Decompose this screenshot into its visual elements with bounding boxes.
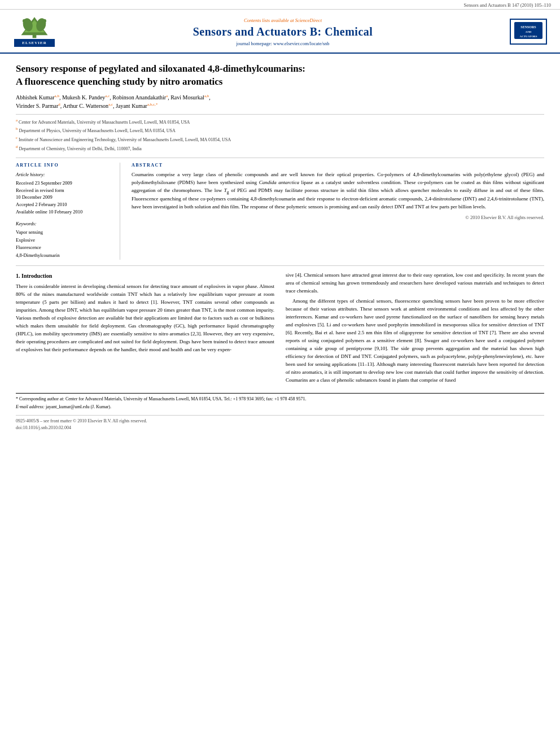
intro-heading: 1. Introduction bbox=[16, 272, 274, 281]
svg-text:ACTUATORS: ACTUATORS bbox=[520, 35, 537, 38]
svg-text:SENSORS: SENSORS bbox=[520, 25, 536, 29]
svg-point-5 bbox=[23, 19, 27, 23]
right-para-1: sive [4]. Chemical sensors have attracte… bbox=[286, 272, 544, 295]
affiliations: a Center for Advanced Materials, Univers… bbox=[16, 114, 544, 152]
footer-issn: 0925-4005/$ – see front matter © 2010 El… bbox=[16, 418, 544, 425]
journal-name: Sensors and Actuators B: Chemical bbox=[60, 25, 506, 38]
article-history: Article history: Received 23 September 2… bbox=[16, 171, 112, 216]
page-footer: 0925-4005/$ – see front matter © 2010 El… bbox=[16, 415, 544, 431]
elsevier-tree-icon bbox=[14, 15, 55, 39]
info-abstract-section: ARTICLE INFO Article history: Received 2… bbox=[16, 158, 544, 259]
section-divider bbox=[16, 265, 544, 266]
journal-header: ELSEVIER Contents lists available at Sci… bbox=[0, 10, 560, 54]
svg-text:AND: AND bbox=[526, 30, 532, 33]
email-footnote: E-mail address: jayant_kumar@uml.edu (J.… bbox=[16, 404, 544, 410]
article-info-col: ARTICLE INFO Article history: Received 2… bbox=[16, 163, 120, 259]
article-info-label: ARTICLE INFO bbox=[16, 163, 112, 168]
svg-point-6 bbox=[42, 19, 46, 23]
authors: Abhishek Kumara,b, Mukesh K. Pandeya,c, … bbox=[16, 93, 544, 111]
sciencedirect-link: Contents lists available at ScienceDirec… bbox=[60, 18, 506, 23]
journal-homepage: journal homepage: www.elsevier.com/locat… bbox=[60, 41, 506, 46]
elsevier-label: ELSEVIER bbox=[14, 39, 55, 47]
article-title: Sensory response of pegylated and siloxa… bbox=[16, 63, 544, 89]
body-left-col: 1. Introduction There is considerable in… bbox=[16, 272, 274, 387]
body-section: 1. Introduction There is considerable in… bbox=[16, 272, 544, 387]
journal-citation: Sensors and Actuators B 147 (2010) 105–1… bbox=[0, 0, 560, 10]
elsevier-logo: ELSEVIER bbox=[9, 15, 60, 48]
footer-doi: doi:10.1016/j.snb.2010.02.004 bbox=[16, 425, 544, 431]
sensors-logo: SENSORS AND ACTUATORS bbox=[510, 19, 547, 45]
footnote-area: * Corresponding author at: Center for Ad… bbox=[16, 393, 544, 410]
abstract-col: ABSTRACT Coumarins comprise a very large… bbox=[132, 163, 544, 259]
intro-para-1: There is considerable interest in develo… bbox=[16, 283, 274, 353]
journal-title-area: Contents lists available at ScienceDirec… bbox=[60, 18, 506, 46]
corresponding-footnote: * Corresponding author at: Center for Ad… bbox=[16, 396, 544, 403]
main-content: Sensory response of pegylated and siloxa… bbox=[0, 54, 560, 438]
keywords-block: Keywords: Vapor sensing Explosive Fluore… bbox=[16, 220, 112, 260]
right-para-2: Among the different types of chemical se… bbox=[286, 298, 544, 384]
copyright: © 2010 Elsevier B.V. All rights reserved… bbox=[132, 215, 544, 220]
abstract-label: ABSTRACT bbox=[132, 163, 544, 168]
body-right-col: sive [4]. Chemical sensors have attracte… bbox=[286, 272, 544, 387]
abstract-text: Coumarins comprise a very large class of… bbox=[132, 171, 544, 211]
sensors-logo-box: SENSORS AND ACTUATORS bbox=[506, 19, 551, 45]
